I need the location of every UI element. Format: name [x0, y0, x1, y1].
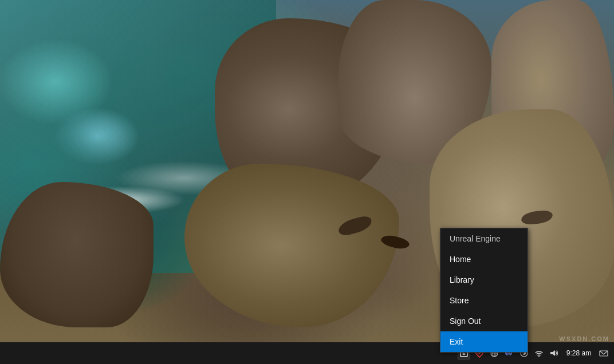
- volume-taskbar-icon[interactable]: [548, 347, 560, 359]
- wifi-taskbar-icon[interactable]: [533, 347, 545, 359]
- menu-item-library[interactable]: Library: [440, 270, 528, 290]
- menu-item-exit[interactable]: Exit: [440, 331, 528, 352]
- menu-item-sign-out[interactable]: Sign Out: [440, 311, 528, 331]
- svg-point-10: [538, 356, 540, 357]
- system-clock[interactable]: 9:28 am: [563, 349, 595, 357]
- desktop: WSXDN.COM Unreal Engine Home Library Sto…: [0, 0, 614, 364]
- menu-item-home[interactable]: Home: [440, 249, 528, 270]
- rock-4: [0, 182, 154, 327]
- watermark: WSXDN.COM: [559, 335, 609, 342]
- context-menu: Unreal Engine Home Library Store Sign Ou…: [440, 228, 528, 353]
- notifications-taskbar-icon[interactable]: [598, 347, 609, 359]
- menu-item-unreal-engine[interactable]: Unreal Engine: [440, 228, 528, 249]
- menu-item-store[interactable]: Store: [440, 290, 528, 311]
- svg-marker-11: [550, 350, 555, 356]
